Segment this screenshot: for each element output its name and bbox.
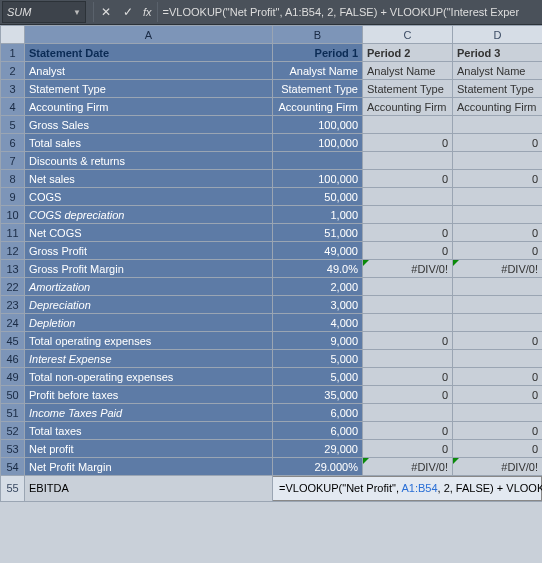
- cell[interactable]: Period 3: [453, 44, 543, 62]
- cell[interactable]: Interest Expense: [25, 350, 273, 368]
- cell[interactable]: [273, 152, 363, 170]
- cell[interactable]: [453, 152, 543, 170]
- row-header[interactable]: 53: [1, 440, 25, 458]
- cell[interactable]: 100,000: [273, 116, 363, 134]
- cell[interactable]: 100,000: [273, 134, 363, 152]
- cell[interactable]: 0: [363, 386, 453, 404]
- cell[interactable]: [453, 278, 543, 296]
- cell[interactable]: [363, 350, 453, 368]
- cell[interactable]: Gross Profit: [25, 242, 273, 260]
- cell[interactable]: Statement Type: [25, 80, 273, 98]
- row-header[interactable]: 24: [1, 314, 25, 332]
- row-header[interactable]: 54: [1, 458, 25, 476]
- cell[interactable]: [363, 404, 453, 422]
- row-header[interactable]: 52: [1, 422, 25, 440]
- cell[interactable]: [363, 116, 453, 134]
- cell[interactable]: 3,000: [273, 296, 363, 314]
- formula-bar-text[interactable]: =VLOOKUP("Net Profit", A1:B54, 2, FALSE)…: [159, 6, 542, 18]
- cell[interactable]: 5,000: [273, 350, 363, 368]
- row-header[interactable]: 6: [1, 134, 25, 152]
- cell[interactable]: [363, 278, 453, 296]
- cell[interactable]: Period 1: [273, 44, 363, 62]
- row-header[interactable]: 10: [1, 206, 25, 224]
- row-header[interactable]: 1: [1, 44, 25, 62]
- worksheet[interactable]: A B C D 1Statement DatePeriod 1Period 2P…: [0, 25, 542, 563]
- cell[interactable]: #DIV/0!: [363, 260, 453, 278]
- cell[interactable]: Analyst Name: [453, 62, 543, 80]
- cell[interactable]: Accounting Firm: [453, 98, 543, 116]
- row-header[interactable]: 13: [1, 260, 25, 278]
- cell[interactable]: Statement Type: [273, 80, 363, 98]
- cell[interactable]: 1,000: [273, 206, 363, 224]
- cell[interactable]: 9,000: [273, 332, 363, 350]
- col-header-b[interactable]: B: [273, 26, 363, 44]
- row-header[interactable]: 22: [1, 278, 25, 296]
- cell[interactable]: Accounting Firm: [25, 98, 273, 116]
- select-all-corner[interactable]: [1, 26, 25, 44]
- cell[interactable]: [363, 206, 453, 224]
- row-header[interactable]: 49: [1, 368, 25, 386]
- cell[interactable]: 0: [453, 422, 543, 440]
- cell[interactable]: Amortization: [25, 278, 273, 296]
- cell[interactable]: [453, 404, 543, 422]
- row-header[interactable]: 4: [1, 98, 25, 116]
- cell[interactable]: [453, 116, 543, 134]
- cell[interactable]: 0: [363, 368, 453, 386]
- row-header[interactable]: 45: [1, 332, 25, 350]
- cell[interactable]: Depreciation: [25, 296, 273, 314]
- cell[interactable]: 2,000: [273, 278, 363, 296]
- cell[interactable]: Accounting Firm: [363, 98, 453, 116]
- cell[interactable]: [453, 350, 543, 368]
- cell[interactable]: 100,000: [273, 170, 363, 188]
- cell[interactable]: [363, 152, 453, 170]
- cell[interactable]: 50,000: [273, 188, 363, 206]
- cell[interactable]: 0: [453, 224, 543, 242]
- name-box[interactable]: SUM ▼: [2, 1, 86, 23]
- cell[interactable]: [363, 188, 453, 206]
- cell[interactable]: 49,000: [273, 242, 363, 260]
- cell[interactable]: 0: [453, 440, 543, 458]
- row-header[interactable]: 55: [1, 476, 25, 502]
- cell[interactable]: Statement Type: [363, 80, 453, 98]
- cell[interactable]: Income Taxes Paid: [25, 404, 273, 422]
- cell[interactable]: 5,000: [273, 368, 363, 386]
- cell[interactable]: 0: [363, 332, 453, 350]
- row-header[interactable]: 3: [1, 80, 25, 98]
- cell[interactable]: #DIV/0!: [363, 458, 453, 476]
- cell[interactable]: 0: [363, 134, 453, 152]
- cell[interactable]: Analyst Name: [363, 62, 453, 80]
- cell[interactable]: Statement Type: [453, 80, 543, 98]
- cell[interactable]: Gross Profit Margin: [25, 260, 273, 278]
- cell[interactable]: 0: [453, 368, 543, 386]
- col-header-c[interactable]: C: [363, 26, 453, 44]
- cell[interactable]: Net sales: [25, 170, 273, 188]
- cell[interactable]: Accounting Firm: [273, 98, 363, 116]
- cell[interactable]: 0: [363, 440, 453, 458]
- cell[interactable]: Total taxes: [25, 422, 273, 440]
- col-header-a[interactable]: A: [25, 26, 273, 44]
- cell[interactable]: Net COGS: [25, 224, 273, 242]
- cell[interactable]: #DIV/0!: [453, 260, 543, 278]
- cell[interactable]: COGS: [25, 188, 273, 206]
- row-header[interactable]: 50: [1, 386, 25, 404]
- cell[interactable]: [453, 206, 543, 224]
- cell[interactable]: Depletion: [25, 314, 273, 332]
- cell[interactable]: Profit before taxes: [25, 386, 273, 404]
- row-header[interactable]: 2: [1, 62, 25, 80]
- cell[interactable]: Analyst Name: [273, 62, 363, 80]
- cell[interactable]: 0: [363, 170, 453, 188]
- cell[interactable]: Net profit: [25, 440, 273, 458]
- fx-label[interactable]: fx: [143, 6, 152, 18]
- cell[interactable]: 0: [363, 224, 453, 242]
- cell[interactable]: 0: [453, 170, 543, 188]
- row-header[interactable]: 23: [1, 296, 25, 314]
- cell[interactable]: [453, 188, 543, 206]
- cell[interactable]: 0: [453, 386, 543, 404]
- cell[interactable]: 49.0%: [273, 260, 363, 278]
- active-cell[interactable]: =VLOOKUP("Net Profit", A1:B54, 2, FALSE)…: [273, 476, 543, 502]
- cancel-icon[interactable]: ✕: [95, 2, 117, 22]
- confirm-icon[interactable]: ✓: [117, 2, 139, 22]
- row-header[interactable]: 46: [1, 350, 25, 368]
- cell[interactable]: 0: [363, 422, 453, 440]
- cell[interactable]: Total non-operating expenses: [25, 368, 273, 386]
